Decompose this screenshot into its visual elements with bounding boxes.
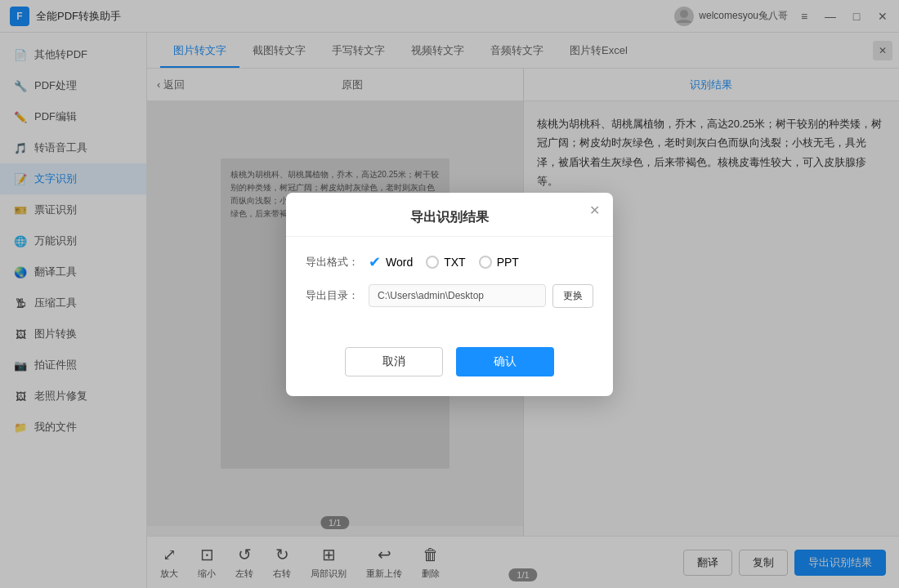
dialog-body: 导出格式： ✔ Word TXT PPT	[286, 237, 613, 337]
txt-radio	[426, 256, 439, 269]
format-row: 导出格式： ✔ Word TXT PPT	[306, 253, 593, 271]
ppt-label: PPT	[497, 256, 519, 269]
format-txt[interactable]: TXT	[426, 256, 465, 269]
ppt-radio	[479, 256, 492, 269]
format-label: 导出格式：	[306, 255, 359, 270]
dialog-footer: 取消 确认	[286, 337, 613, 396]
txt-label: TXT	[444, 256, 465, 269]
cancel-button[interactable]: 取消	[345, 347, 443, 376]
format-word[interactable]: ✔ Word	[369, 253, 413, 271]
dir-input[interactable]	[369, 284, 546, 307]
dialog-close-button[interactable]: ✕	[589, 203, 600, 218]
dir-label: 导出目录：	[306, 288, 359, 303]
format-ppt[interactable]: PPT	[479, 256, 519, 269]
confirm-button[interactable]: 确认	[456, 347, 554, 376]
word-label: Word	[386, 256, 413, 269]
change-dir-button[interactable]: 更换	[552, 284, 593, 308]
dialog-title: 导出识别结果	[286, 193, 613, 237]
word-check-icon: ✔	[369, 253, 381, 271]
directory-row: 导出目录： 更换	[306, 284, 593, 308]
format-options: ✔ Word TXT PPT	[369, 253, 519, 271]
dialog-overlay: 导出识别结果 ✕ 导出格式： ✔ Word TXT PPT	[0, 0, 899, 588]
dir-input-wrap: 更换	[369, 284, 593, 308]
export-dialog: 导出识别结果 ✕ 导出格式： ✔ Word TXT PPT	[286, 193, 613, 396]
